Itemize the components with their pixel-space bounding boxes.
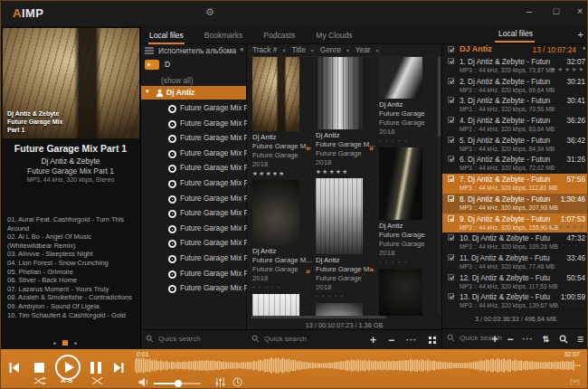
playlist-group-header[interactable]: DJ Antiz 13 / 10:07:24 * [442, 44, 588, 55]
sleep-timer-icon[interactable] [232, 377, 242, 387]
album-cell[interactable]: Dj Antiz Future Garage Future Garage 201… [379, 57, 433, 145]
track-row-rating[interactable]: · · · · · [555, 145, 585, 151]
title-bar[interactable]: AIMP ⚙ – □ × [1, 1, 587, 26]
playlist-track-row[interactable]: 3. Dj Antiz & Zebyte - Future Garage ...… [442, 95, 588, 115]
ab-repeat-button[interactable]: A-B [61, 376, 72, 384]
tree-album-item[interactable]: Future Garage Mix Part 11 [141, 237, 246, 252]
expand-caret-icon[interactable]: ▾ [146, 88, 149, 95]
tree-album-item[interactable]: Future Garage Mix Part 10 [141, 223, 246, 238]
tree-album-item[interactable]: Future Garage Mix Part 3 [141, 132, 246, 147]
album-cell[interactable]: Dj Antiz Future Garage M... Future Garag… [316, 178, 374, 300]
next-button[interactable] [113, 362, 125, 374]
source-tab[interactable]: Podcasts [262, 28, 296, 43]
expand-chevron-icon[interactable]: » [306, 144, 310, 153]
view-mode-icon[interactable] [429, 337, 436, 344]
track-row-rating[interactable]: · · · · · [555, 125, 585, 131]
minimize-button[interactable]: – [522, 5, 536, 16]
track-checkbox[interactable] [448, 176, 454, 182]
tree-album-item[interactable]: Future Garage Mix Part 1 [141, 102, 246, 118]
album-cover[interactable] [379, 269, 422, 316]
remove-button[interactable]: − [507, 335, 513, 344]
pause-button[interactable] [90, 362, 101, 374]
column-header[interactable]: Title▾ [286, 44, 314, 56]
show-all-link[interactable]: (show all) [161, 76, 194, 85]
scrollbar-thumb[interactable] [438, 57, 441, 137]
track-checkbox[interactable] [448, 215, 454, 222]
album-art[interactable]: Dj Antiz & Zebyte Future Garage Mix Part… [3, 28, 139, 138]
source-tab[interactable]: Local files [148, 28, 185, 43]
page-indicator[interactable] [53, 340, 77, 346]
playlist-track-row[interactable]: 7. Dj Antiz & Zebyte - Future Garage ...… [442, 174, 588, 194]
equalizer-icon[interactable] [215, 377, 225, 387]
page-dot-active[interactable] [62, 340, 68, 346]
track-row-rating[interactable]: · · · · · [555, 105, 585, 111]
albums-quick-search[interactable]: Quick search [251, 335, 307, 343]
previous-button[interactable] [8, 362, 20, 374]
remove-button[interactable]: − [388, 336, 394, 345]
volume-slider-knob[interactable] [175, 380, 182, 387]
add-button[interactable]: + [491, 335, 498, 344]
album-cover[interactable] [316, 178, 363, 254]
track-checkbox[interactable] [448, 293, 454, 299]
shuffle-icon[interactable] [33, 376, 47, 385]
track-row-rating[interactable]: · · · · · [555, 86, 585, 92]
add-playlist-button[interactable]: + [578, 29, 583, 40]
filter-arrow-icon[interactable]: ▾ [376, 48, 379, 53]
album-cover[interactable] [252, 294, 299, 316]
album-cell[interactable]: » [252, 294, 310, 316]
playlist-track-row[interactable]: 5. Dj Antiz & Zebyte - Future Garage ...… [442, 135, 588, 155]
album-rating[interactable]: ★★★★★ [316, 167, 374, 176]
source-tab[interactable]: Bookmarks [204, 28, 244, 43]
column-header[interactable]: Year▾ [350, 44, 380, 56]
filter-arrow-icon[interactable]: ▾ [282, 48, 285, 53]
album-rating[interactable]: · · · · · [316, 292, 374, 300]
track-row-rating[interactable]: · · · · · [555, 262, 585, 269]
waveform-seekbar[interactable] [135, 356, 582, 375]
expand-chevron-icon[interactable]: » [369, 144, 374, 153]
tree-album-item[interactable]: Future Garage Mix Part 9 [141, 207, 246, 223]
track-row-rating[interactable]: · · · · · [555, 164, 585, 170]
playlist-track-row[interactable]: 13. Dj Antiz & Zebyte - Future Garage ..… [442, 291, 588, 311]
track-checkbox[interactable] [448, 137, 454, 143]
chevron-down-icon[interactable]: ▾ [240, 46, 243, 53]
track-checkbox[interactable] [448, 156, 454, 162]
tree-album-item[interactable]: Future Garage Mix Part 8 [141, 193, 246, 208]
horizontal-scrollbar[interactable] [251, 316, 386, 318]
album-cell[interactable]: » [379, 269, 433, 316]
sort-button[interactable]: ⇅ [542, 335, 550, 344]
track-row-rating[interactable]: ★★★★★ [551, 223, 585, 231]
expand-chevron-icon[interactable]: » [306, 267, 310, 276]
track-row-rating[interactable]: · · · · · [555, 301, 585, 308]
playlist-track-row[interactable]: 2. Dj Antiz & Zebyte - Future Garage ...… [442, 76, 588, 96]
tree-album-item[interactable]: Future Garage Mix Part 13 [141, 252, 246, 268]
track-row-rating[interactable]: · · · · · [555, 242, 585, 249]
loop-indicator-icon[interactable]: (∞) [570, 377, 580, 385]
album-cover[interactable] [379, 57, 422, 99]
tree-album-item[interactable]: Future Garage Mix Part 14 [141, 268, 246, 283]
maximize-button[interactable]: □ [549, 5, 564, 16]
tree-header[interactable]: Исполнитель альбома - ... ▾ [141, 44, 246, 58]
settings-gear-icon[interactable]: ⚙ [205, 6, 214, 18]
album-rating[interactable]: · · · · · [252, 283, 310, 291]
playlist-track-row[interactable]: 9. Dj Antiz & Zebyte - Future Garage ...… [442, 213, 588, 233]
tree-album-item[interactable]: Future Garage Mix Part 2 [141, 118, 246, 133]
album-cover[interactable] [316, 303, 363, 316]
album-rating[interactable]: · · · · · [379, 258, 433, 266]
filter-arrow-icon[interactable]: ▾ [311, 48, 314, 53]
album-cover[interactable] [379, 147, 422, 220]
tree-album-item[interactable]: Future Garage Mix Part 7 [141, 177, 246, 193]
track-row-rating[interactable]: · · · · · [555, 282, 585, 289]
track-checkbox[interactable] [448, 195, 454, 202]
track-checkbox[interactable] [448, 274, 454, 280]
vertical-scrollbar[interactable] [438, 57, 441, 315]
album-cell[interactable]: Dj Antiz Future Garage M... Future Garag… [252, 57, 310, 177]
search-button-icon[interactable] [559, 335, 568, 344]
track-checkbox[interactable] [448, 254, 454, 261]
tree-album-item[interactable]: Future Garage Mix Part 6 [141, 162, 246, 177]
expand-chevron-icon[interactable]: » [369, 265, 374, 274]
hamburger-icon[interactable] [145, 47, 154, 54]
crossfade-icon[interactable] [91, 376, 103, 385]
playlist-track-row[interactable]: 11. Dj Antiz & Zebyte - Future Garage ..… [442, 252, 588, 272]
album-cell[interactable]: Dj Antiz Future Garage Future Garage 201… [379, 147, 433, 266]
tree-artist-row[interactable]: ▾ Dj Antiz [141, 86, 246, 100]
